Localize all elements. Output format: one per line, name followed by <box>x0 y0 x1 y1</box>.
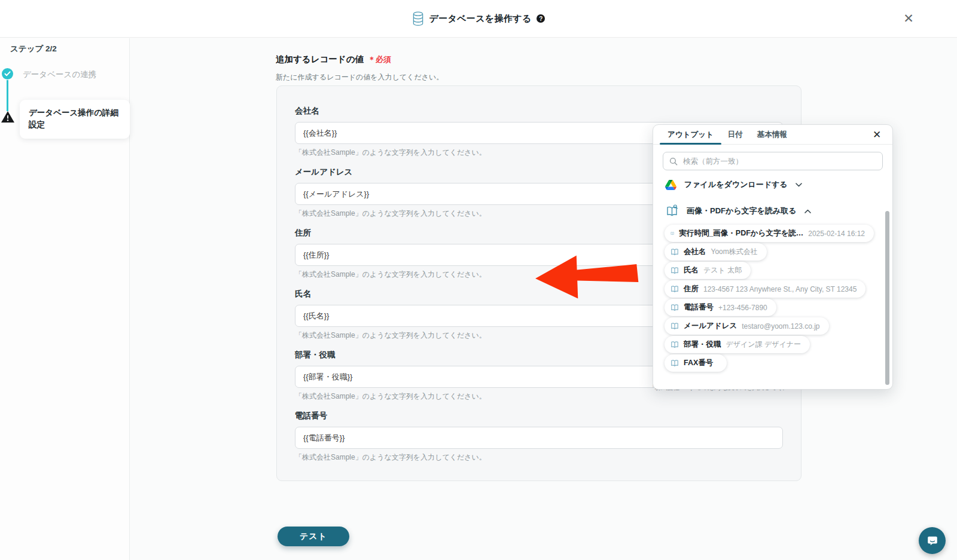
output-chip-label: 会社名 <box>684 247 706 257</box>
phone-number-input[interactable] <box>295 427 783 449</box>
step1-complete-icon <box>2 68 13 79</box>
output-chip-address[interactable]: 住所 123-4567 123 Anywhere St., Any City, … <box>665 280 865 298</box>
output-chip-value: デザイン課 デザイナー <box>726 339 801 350</box>
form-description: 新たに作成するレコードの値を入力してください。 <box>276 72 443 82</box>
tab-basic-info[interactable]: 基本情報 <box>757 125 787 144</box>
output-variable-icon <box>670 341 679 348</box>
output-chip-label: 電話番号 <box>684 302 714 313</box>
output-chip-value: testaro@yoom.123.co.jp <box>742 322 819 331</box>
field-label: 電話番号 <box>295 411 783 421</box>
modal-title: データベースを操作する <box>429 13 532 25</box>
form-title-text: 追加するレコードの値 <box>276 54 364 64</box>
search-icon <box>669 157 678 166</box>
check-icon <box>4 71 11 76</box>
steps-sidebar: ステップ 2/2 データベースの連携 データベース操作の詳細設定 <box>0 38 130 560</box>
tab-date[interactable]: 日付 <box>728 125 743 144</box>
output-variables-panel: アウトプット 日付 基本情報 ✕ ファイルをダウンロードする <box>653 124 893 390</box>
modal-header: データベースを操作する ? ✕ <box>0 0 957 38</box>
output-chip-department[interactable]: 部署・役職 デザイン課 デザイナー <box>665 336 810 353</box>
output-chip-label: 氏名 <box>684 265 699 276</box>
help-icon[interactable]: ? <box>537 14 545 23</box>
output-chip-label: 実行時間_画像・PDFから文字を読… <box>679 228 803 238</box>
output-chip-value: テスト 太郎 <box>703 265 742 276</box>
ocr-book-icon <box>665 204 679 218</box>
red-arrow-annotation <box>534 252 641 302</box>
output-chip-label: 部署・役職 <box>684 339 721 350</box>
output-chip-name[interactable]: 氏名 テスト 太郎 <box>665 262 751 279</box>
google-drive-icon <box>665 180 676 190</box>
output-chip-value: +123-456-7890 <box>718 304 767 312</box>
output-chip-label: 住所 <box>684 284 699 294</box>
output-variable-icon <box>670 359 679 367</box>
required-badge: ＊必須 <box>368 55 391 64</box>
chat-launcher-button[interactable] <box>919 527 946 554</box>
output-chip-label: メールアドレス <box>684 321 737 331</box>
tab-output[interactable]: アウトプット <box>668 125 714 144</box>
output-variable-icon <box>670 285 679 293</box>
output-chip-execution-time[interactable]: 実行時間_画像・PDFから文字を読… 2025-02-14 16:12 <box>665 225 874 242</box>
group-ocr-read-text[interactable]: 画像・PDFから文字を読み取る <box>653 203 892 219</box>
output-chip-phone[interactable]: 電話番号 +123-456-7890 <box>665 299 776 316</box>
output-chip-label: FAX番号 <box>684 358 713 368</box>
modal-title-group: データベースを操作する ? <box>412 11 545 26</box>
output-variable-icon <box>670 229 674 237</box>
output-variable-icon <box>670 322 679 330</box>
output-chip-company[interactable]: 会社名 Yoom株式会社 <box>665 243 767 261</box>
output-chip-value: Yoom株式会社 <box>711 247 758 257</box>
group-label: ファイルをダウンロードする <box>684 179 788 190</box>
test-button[interactable]: テスト <box>278 527 349 546</box>
output-chip-list: 実行時間_画像・PDFから文字を読… 2025-02-14 16:12 会社名 … <box>653 225 892 372</box>
form-section-title: 追加するレコードの値＊必須 <box>276 54 391 65</box>
database-icon <box>412 11 424 26</box>
chevron-down-icon <box>796 183 802 187</box>
output-search-box[interactable] <box>663 152 883 170</box>
chevron-up-icon <box>804 209 811 213</box>
output-chip-value: 2025-02-14 16:12 <box>808 229 865 238</box>
group-download-files[interactable]: ファイルをダウンロードする <box>653 178 892 192</box>
field-helper-text: 「株式会社Sample」のような文字列を入力してください。 <box>295 392 783 401</box>
panel-scrollbar-thumb[interactable] <box>885 211 889 385</box>
panel-close-icon[interactable]: ✕ <box>871 129 883 141</box>
field-helper-text: 「株式会社Sample」のような文字列を入力してください。 <box>295 453 783 462</box>
step-connector-line <box>7 80 8 111</box>
output-chip-value: 123-4567 123 Anywhere St., Any City, ST … <box>703 285 857 293</box>
field-phone-number: 電話番号 「株式会社Sample」のような文字列を入力してください。 <box>295 411 783 462</box>
output-search-input[interactable] <box>682 157 876 166</box>
output-chip-email[interactable]: メールアドレス testaro@yoom.123.co.jp <box>665 317 829 335</box>
output-panel-tabs: アウトプット 日付 基本情報 ✕ <box>653 125 892 145</box>
group-label: 画像・PDFから文字を読み取る <box>687 206 797 216</box>
output-chip-fax[interactable]: FAX番号 <box>665 354 727 372</box>
step-progress-label: ステップ 2/2 <box>10 44 57 54</box>
sidebar-step-detail-settings[interactable]: データベース操作の詳細設定 <box>20 100 130 139</box>
step2-warning-icon <box>1 111 14 125</box>
output-variable-icon <box>670 248 679 256</box>
modal-close-icon[interactable]: ✕ <box>902 12 915 25</box>
output-variable-icon <box>670 267 679 274</box>
sidebar-step-database-link[interactable]: データベースの連携 <box>23 69 96 80</box>
chat-bubble-icon <box>926 534 939 547</box>
field-label: 会社名 <box>295 106 783 117</box>
output-variable-icon <box>670 304 679 311</box>
